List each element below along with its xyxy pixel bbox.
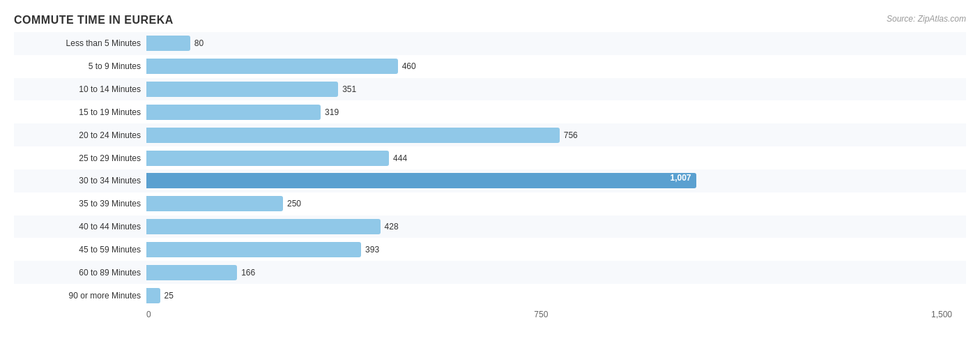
bar-label: 10 to 14 Minutes [14, 83, 146, 96]
bar-value: 428 [385, 222, 399, 232]
source-label: Source: ZipAtlas.com [887, 14, 966, 24]
bar-label: 90 or more Minutes [14, 289, 146, 302]
bar-row: 60 to 89 Minutes166 [14, 261, 966, 284]
bar-fill [146, 151, 389, 166]
bar-track: 1,007 [146, 173, 966, 188]
bar-label: 60 to 89 Minutes [14, 266, 146, 279]
bar-value: 250 [287, 199, 301, 208]
bar-row: 15 to 19 Minutes319 [14, 100, 966, 123]
bar-value: 756 [564, 130, 578, 140]
bar-fill [146, 288, 160, 303]
bar-value: 393 [365, 245, 379, 255]
x-axis-label: 750 [534, 310, 548, 319]
bar-row: 10 to 14 Minutes351 [14, 78, 966, 101]
bar-track: 351 [146, 82, 966, 97]
bar-track: 393 [146, 242, 966, 257]
bar-label: 15 to 19 Minutes [14, 106, 146, 119]
bar-fill [146, 128, 560, 143]
bar-track: 428 [146, 219, 966, 234]
bar-fill [146, 242, 361, 257]
bar-fill [146, 59, 398, 74]
bar-row: 45 to 59 Minutes393 [14, 238, 966, 261]
bar-value: 1,007 [670, 173, 691, 183]
bar-value: 319 [325, 107, 339, 117]
bar-fill [146, 219, 381, 234]
bar-track: 166 [146, 265, 966, 280]
bar-value: 25 [164, 291, 174, 301]
bar-value: 460 [402, 61, 416, 71]
bar-value: 351 [342, 84, 356, 94]
bar-label: 45 to 59 Minutes [14, 243, 146, 256]
bar-value: 166 [241, 268, 255, 278]
bar-fill [146, 82, 338, 97]
bar-label: 5 to 9 Minutes [14, 60, 146, 73]
bar-row: 20 to 24 Minutes756 [14, 123, 966, 146]
bar-label: 35 to 39 Minutes [14, 197, 146, 210]
bar-row: 25 to 29 Minutes444 [14, 146, 966, 169]
bar-label: Less than 5 Minutes [14, 37, 146, 50]
bar-label: 30 to 34 Minutes [14, 174, 146, 187]
bar-track: 25 [146, 288, 966, 303]
bar-row: 5 to 9 Minutes460 [14, 55, 966, 78]
bar-fill [146, 36, 190, 51]
bar-row: 40 to 44 Minutes428 [14, 215, 966, 238]
bar-value: 80 [194, 38, 204, 48]
bar-track: 756 [146, 128, 966, 143]
bar-fill [146, 196, 283, 211]
bar-fill: 1,007 [146, 173, 696, 188]
x-axis: 07501,500 [146, 307, 966, 319]
bar-row: 90 or more Minutes25 [14, 284, 966, 307]
bar-label: 40 to 44 Minutes [14, 220, 146, 233]
bar-label: 25 to 29 Minutes [14, 152, 146, 165]
bar-track: 319 [146, 105, 966, 120]
bar-fill [146, 265, 237, 280]
bar-track: 460 [146, 59, 966, 74]
x-axis-label: 1,500 [931, 310, 952, 319]
bar-track: 444 [146, 151, 966, 166]
chart-container: COMMUTE TIME IN EUREKA Source: ZipAtlas.… [0, 0, 980, 364]
x-axis-label: 0 [146, 310, 151, 319]
bar-label: 20 to 24 Minutes [14, 129, 146, 142]
chart-area: Less than 5 Minutes805 to 9 Minutes46010… [14, 32, 966, 319]
bar-track: 80 [146, 36, 966, 51]
bars-section: Less than 5 Minutes805 to 9 Minutes46010… [14, 32, 966, 307]
bar-row: 30 to 34 Minutes1,007 [14, 169, 966, 192]
bar-row: Less than 5 Minutes80 [14, 32, 966, 55]
bar-track: 250 [146, 196, 966, 211]
chart-title: COMMUTE TIME IN EUREKA [14, 14, 966, 26]
bar-fill [146, 105, 321, 120]
bar-row: 35 to 39 Minutes250 [14, 192, 966, 215]
x-axis-labels: 07501,500 [146, 310, 966, 319]
bar-value: 444 [393, 153, 407, 163]
